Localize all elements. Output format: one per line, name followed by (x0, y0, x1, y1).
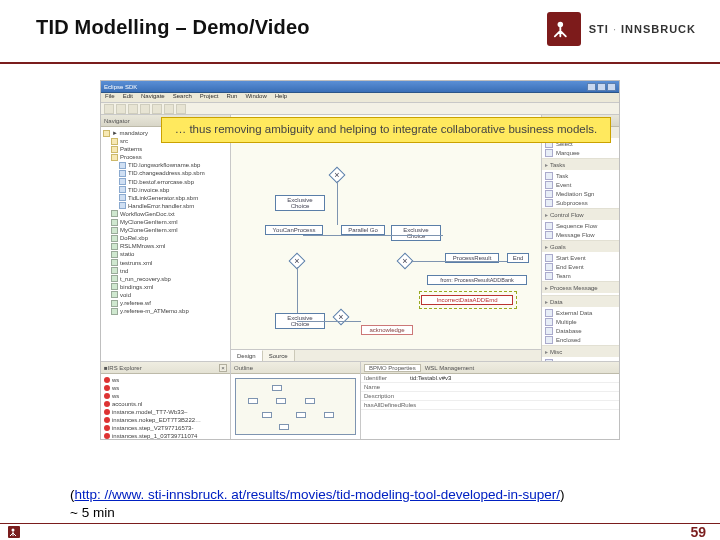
palette-item[interactable]: External Data (545, 308, 616, 317)
tree-item[interactable]: WorkflowGenDoc.txt (103, 210, 228, 218)
flow-node[interactable]: Parallel Go (341, 225, 385, 235)
irs-explorer-list[interactable]: wswswsaccounts.nlinstance.model_TT7-Wb33… (101, 374, 230, 439)
close-button[interactable] (607, 83, 616, 91)
tree-item[interactable]: void (103, 291, 228, 299)
editor-tab[interactable]: Source (263, 350, 295, 361)
logo-mark-icon (547, 12, 581, 46)
palette-item[interactable]: Message Flow (545, 230, 616, 239)
gateway-node[interactable] (333, 309, 350, 326)
palette-group-header[interactable]: Process Message (542, 282, 619, 293)
palette-item[interactable]: Start Event (545, 253, 616, 262)
close-icon[interactable]: × (219, 364, 227, 372)
flow-node[interactable]: YouCanProcess (265, 225, 323, 235)
list-item[interactable]: accounts.nl (104, 400, 227, 408)
tree-label: RSLMMrows.xml (120, 242, 165, 250)
menu-item[interactable]: Navigate (141, 93, 165, 102)
palette-item[interactable]: Mediation Sgn (545, 189, 616, 198)
list-item[interactable]: ws (104, 384, 227, 392)
properties-tab[interactable]: BPMO Properties (364, 364, 421, 372)
flow-node[interactable]: Exclusive Choice (391, 225, 441, 241)
tool-icon[interactable] (152, 104, 162, 114)
palette-item[interactable]: Task (545, 171, 616, 180)
tool-icon[interactable] (104, 104, 114, 114)
minimize-button[interactable] (587, 83, 596, 91)
tree-item[interactable]: DoRel.xbp (103, 234, 228, 242)
palette-item[interactable]: Multiple (545, 317, 616, 326)
tree-item[interactable]: TID.invoice.sbp (103, 186, 228, 194)
bullet-icon (104, 425, 110, 431)
list-item[interactable]: instances.nokep_EDT7T3B222… (104, 416, 227, 424)
palette-group-header[interactable]: Control Flow (542, 209, 619, 220)
list-item[interactable]: ws (104, 376, 227, 384)
tree-item[interactable]: TID.longworkflowname.sbp (103, 161, 228, 169)
palette-item[interactable]: Subprocess (545, 198, 616, 207)
palette-item[interactable]: Event (545, 180, 616, 189)
palette-item[interactable]: Enclosed (545, 335, 616, 344)
palette-group-header[interactable]: Tasks (542, 159, 619, 170)
tree-item[interactable]: TID.bestof.errorcase.sbp (103, 178, 228, 186)
palette-item[interactable]: Database (545, 326, 616, 335)
property-row[interactable]: Identifiertid:Testabl.v#v3 (361, 374, 619, 383)
tool-icon[interactable] (176, 104, 186, 114)
maximize-button[interactable] (597, 83, 606, 91)
palette-item[interactable]: Team (545, 271, 616, 280)
file-icon (119, 194, 126, 201)
tree-item[interactable]: RSLMMrows.xml (103, 242, 228, 250)
tree-item[interactable]: bindings.xml (103, 283, 228, 291)
tool-icon[interactable] (116, 104, 126, 114)
tree-item[interactable]: HandleError.handler.sbm (103, 202, 228, 210)
menubar[interactable]: File Edit Navigate Search Project Run Wi… (101, 93, 619, 103)
palette-item[interactable]: Marquee (545, 148, 616, 157)
tree-item[interactable]: statio (103, 250, 228, 258)
caption-link[interactable]: http: //www. sti-innsbruck. at/results/m… (75, 487, 560, 502)
properties-tab[interactable]: WSL Management (421, 365, 478, 371)
properties-table[interactable]: Identifiertid:Testabl.v#v3NameDescriptio… (361, 374, 619, 439)
tree-item[interactable]: Patterns (103, 145, 228, 153)
list-item[interactable]: instances.step_V2T97716573- (104, 424, 227, 432)
tree-item[interactable]: y.referee.wf (103, 299, 228, 307)
palette-group-header[interactable]: Goals (542, 241, 619, 252)
list-item[interactable]: instance.model_TT7-Wb33– (104, 408, 227, 416)
palette-group-header[interactable]: Data (542, 296, 619, 307)
palette-item[interactable]: Sequence Flow (545, 221, 616, 230)
tool-icon[interactable] (128, 104, 138, 114)
bullet-icon (104, 385, 110, 391)
menu-item[interactable]: Project (200, 93, 219, 102)
property-row[interactable]: hasAllDefinedRules (361, 401, 619, 410)
tree-item[interactable]: tnd (103, 267, 228, 275)
flow-annotation: from: ProcessResultADDBank (427, 275, 527, 285)
list-label: instances.nokep_EDT7T3B222… (112, 417, 201, 423)
tree-item[interactable]: Process (103, 153, 228, 161)
tree-item[interactable]: t_run_recovery.sbp (103, 275, 228, 283)
tree-item[interactable]: y.referee-m_ATMemo.sbp (103, 307, 228, 315)
tree-item[interactable]: MyCloneGenItem.xml (103, 226, 228, 234)
list-item[interactable]: ws (104, 392, 227, 400)
flow-node[interactable]: acknowledge (361, 325, 413, 335)
tree-item[interactable]: TID.changeaddress.sbp.sbm (103, 169, 228, 177)
menu-item[interactable]: Window (245, 93, 266, 102)
menu-item[interactable]: File (105, 93, 115, 102)
palette-group-header[interactable]: Misc (542, 346, 619, 357)
list-label: accounts.nl (112, 401, 142, 407)
bullet-icon (104, 401, 110, 407)
tool-icon[interactable] (164, 104, 174, 114)
menu-item[interactable]: Run (226, 93, 237, 102)
flow-node[interactable]: End (507, 253, 529, 263)
list-item[interactable]: instances.step_1_03T39711074 (104, 432, 227, 439)
menu-item[interactable]: Help (275, 93, 287, 102)
editor-tab[interactable]: Design (231, 350, 263, 361)
menu-item[interactable]: Search (173, 93, 192, 102)
palette-item[interactable]: End Event (545, 262, 616, 271)
edge (297, 267, 298, 313)
palette-group: Process Message (542, 282, 619, 296)
menu-item[interactable]: Edit (123, 93, 133, 102)
tree-item[interactable]: MyCloneGenItem.xml (103, 218, 228, 226)
edge (411, 261, 507, 262)
outline-minimap[interactable] (235, 378, 356, 435)
tool-icon[interactable] (140, 104, 150, 114)
property-row[interactable]: Description (361, 392, 619, 401)
tree-item[interactable]: TidLinkGenerator.sbp.sbm (103, 194, 228, 202)
tree-item[interactable]: testruns.xml (103, 259, 228, 267)
property-row[interactable]: Name (361, 383, 619, 392)
flow-node[interactable]: Exclusive Choice (275, 195, 325, 211)
